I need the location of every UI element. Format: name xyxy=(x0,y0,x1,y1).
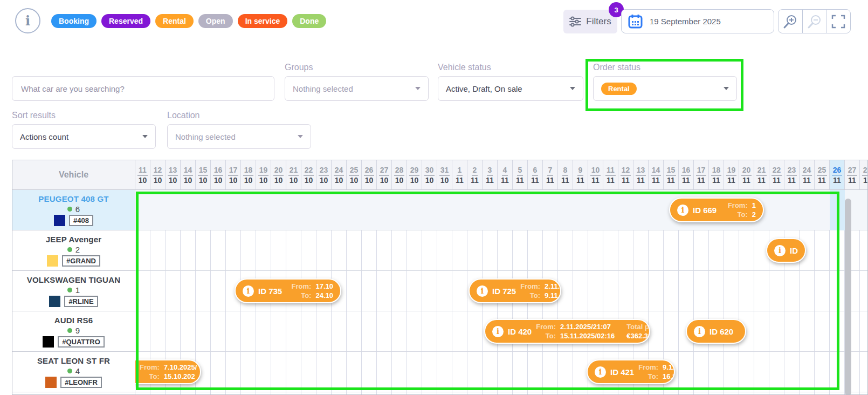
date-column-header: 1110 xyxy=(135,160,150,189)
date-picker-value: 19 September 2025 xyxy=(650,17,721,26)
date-column-header: 2311 xyxy=(784,160,800,189)
status-legend: BookingReservedRentalOpenIn serviceDone xyxy=(51,14,326,28)
groups-select[interactable]: Nothing selected xyxy=(285,76,429,101)
vehicle-status-select[interactable]: Active, Draft, On sale xyxy=(438,76,583,101)
legend-badge: In service xyxy=(238,14,288,28)
date-column-header: 2011 xyxy=(739,160,754,189)
vehicle-tag-line: #QUATTRO xyxy=(43,336,105,348)
order-dates: From:9.11.To:16.1 xyxy=(638,363,675,381)
date-column-header: 2511 xyxy=(815,160,830,189)
chevron-down-icon xyxy=(570,87,575,90)
order-event-pill[interactable]: iID 420From:2.11.2025/21:07To:15.11.2025… xyxy=(484,319,650,344)
vehicle-name[interactable]: VOLKSWAGEN TIGUAN xyxy=(27,275,120,284)
date-column-header: 1911 xyxy=(724,160,739,189)
date-column-header: 3010 xyxy=(422,160,437,189)
vertical-scrollbar[interactable] xyxy=(845,199,851,395)
status-dot-icon xyxy=(67,247,72,252)
date-column-header: 711 xyxy=(543,160,558,189)
date-column-header: 1910 xyxy=(256,160,271,189)
date-column-header: 2910 xyxy=(407,160,422,189)
info-icon[interactable]: i xyxy=(677,205,688,216)
groups-value: Nothing selected xyxy=(293,84,353,93)
legend-badge: Done xyxy=(292,14,326,28)
sort-results-select[interactable]: Actions count xyxy=(12,124,156,149)
info-icon[interactable]: i xyxy=(477,285,488,297)
order-id-label: ID 420 xyxy=(508,327,532,336)
vehicle-row[interactable]: JEEP Avenger2#GRAND xyxy=(12,230,135,271)
order-event-pill[interactable]: iID xyxy=(766,238,806,263)
order-event-pill[interactable]: iID 735From:17.10To:24.10 xyxy=(235,278,341,303)
vehicle-actions-count: 1 xyxy=(67,285,80,295)
order-status-select[interactable]: Rental xyxy=(593,76,737,101)
vehicle-tag-line: #408 xyxy=(54,215,93,226)
vehicle-name[interactable]: JEEP Avenger xyxy=(46,235,102,244)
legend-badge: Rental xyxy=(155,14,194,28)
date-column-header: 1610 xyxy=(211,160,226,189)
vehicle-name[interactable]: PEUGEOT 408 GT xyxy=(38,194,108,203)
info-icon[interactable]: i xyxy=(595,366,606,378)
chevron-down-icon xyxy=(415,87,421,90)
timeline-row[interactable] xyxy=(135,352,867,392)
order-event-pill[interactable]: iID 669From:1To:2 xyxy=(669,198,764,222)
location-label: Location xyxy=(167,111,200,120)
info-icon[interactable]: i xyxy=(774,245,786,256)
order-id-label: ID 421 xyxy=(610,367,634,377)
order-status-label: Order status xyxy=(593,63,640,72)
order-event-pill[interactable]: iID 421From:9.11.To:16.1 xyxy=(587,359,675,384)
date-column-header: 1310 xyxy=(166,160,181,189)
zoom-in-button[interactable] xyxy=(779,10,803,33)
order-event-pill[interactable]: iID 620 xyxy=(686,319,746,344)
date-column-header: 911 xyxy=(573,160,588,189)
color-swatch xyxy=(54,215,65,226)
date-column-header: 2111 xyxy=(754,160,769,189)
search-input[interactable] xyxy=(12,76,274,101)
date-column-header: 1711 xyxy=(694,160,709,189)
date-column-header: 1510 xyxy=(196,160,211,189)
date-column-header: 2110 xyxy=(286,160,301,189)
order-event-pill[interactable]: From:7.10.2025/To:15.10.202 xyxy=(135,359,201,384)
info-icon[interactable]: i xyxy=(243,285,254,297)
timeline-row[interactable] xyxy=(135,230,867,271)
chevron-down-icon xyxy=(724,87,729,90)
color-swatch xyxy=(49,296,60,307)
date-column-header: 411 xyxy=(498,160,513,189)
order-id-label: ID 735 xyxy=(258,287,282,296)
date-column-header: 2211 xyxy=(769,160,784,189)
vehicle-name[interactable]: SEAT LEON ST FR xyxy=(37,356,110,365)
calendar-icon xyxy=(628,14,643,29)
vehicle-row[interactable]: VOLKSWAGEN TIGUAN1#RLINE xyxy=(12,271,135,311)
location-select[interactable]: Nothing selected xyxy=(167,124,311,149)
vehicle-tag: #GRAND xyxy=(62,255,100,267)
vehicle-status-value: Active, Draft, On sale xyxy=(446,84,522,93)
filters-button[interactable]: Filters 3 xyxy=(563,10,617,33)
date-column-header: 311 xyxy=(483,160,498,189)
date-column-header: 1011 xyxy=(588,160,603,189)
fullscreen-button[interactable] xyxy=(826,10,850,33)
info-icon[interactable]: i xyxy=(694,326,705,337)
date-column-header: 1811 xyxy=(709,160,724,189)
date-column-header: 1411 xyxy=(649,160,664,189)
order-dates: From:2.11.To:9.11. xyxy=(520,282,560,300)
order-event-pill[interactable]: iID 725From:2.11.To:9.11. xyxy=(469,278,561,303)
vehicle-actions-count: 9 xyxy=(67,326,80,335)
zoom-out-button[interactable] xyxy=(803,10,827,33)
date-column-header: 3110 xyxy=(437,160,452,189)
vehicle-row[interactable]: PEUGEOT 408 GT6#408 xyxy=(12,190,135,230)
vehicle-row[interactable]: SEAT LEON ST FR4#LEONFR xyxy=(12,352,135,392)
order-id-label: ID 669 xyxy=(693,206,717,215)
date-column-header: 2411 xyxy=(800,160,815,189)
vehicle-name[interactable]: AUDI RS6 xyxy=(54,316,93,325)
location-value: Nothing selected xyxy=(175,132,236,141)
sort-results-label: Sort results xyxy=(12,111,56,120)
date-picker[interactable]: 19 September 2025 xyxy=(621,9,774,33)
info-icon[interactable]: i xyxy=(15,8,40,33)
date-column-header: 2610 xyxy=(362,160,377,189)
order-dates: From:1To:2 xyxy=(728,201,756,219)
date-column-header: 2510 xyxy=(347,160,362,189)
status-dot-icon xyxy=(67,288,72,292)
scheduler-table: Vehicle 11101210131014101510161017101810… xyxy=(12,160,868,395)
info-icon[interactable]: i xyxy=(492,326,504,337)
color-swatch xyxy=(47,255,58,267)
vehicle-row[interactable]: AUDI RS69#QUATTRO xyxy=(12,311,135,352)
timeline-grid: iID 669From:1To:2iIDiID 735From:17.10To:… xyxy=(135,190,867,395)
